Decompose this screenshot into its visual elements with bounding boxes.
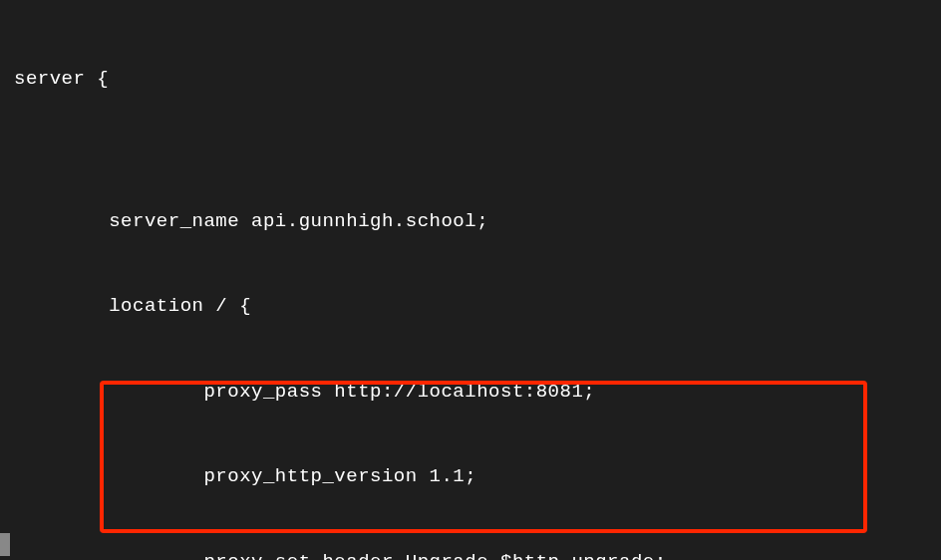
code-line: server { <box>0 65 941 94</box>
cursor-icon <box>0 533 10 556</box>
code-block: server { server_name api.gunnhigh.school… <box>0 8 941 560</box>
code-line: server_name api.gunnhigh.school; <box>0 207 941 236</box>
code-line: proxy_http_version 1.1; <box>0 462 941 491</box>
code-line: proxy_set_header Upgrade $http_upgrade; <box>0 548 941 561</box>
code-line: proxy_pass http://localhost:8081; <box>0 378 941 407</box>
code-line: location / { <box>0 292 941 321</box>
